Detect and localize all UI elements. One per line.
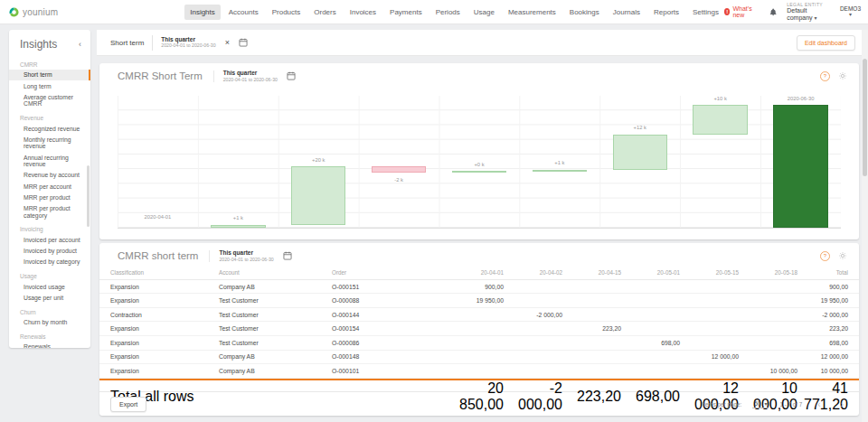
nav-item[interactable]: Bookings bbox=[564, 5, 605, 20]
nav-item[interactable]: Insights bbox=[184, 5, 221, 20]
classification-cell: Expansion bbox=[110, 297, 219, 304]
clear-filter-icon[interactable]: × bbox=[225, 39, 230, 47]
calendar-icon[interactable] bbox=[287, 71, 296, 80]
sidebar-item[interactable]: Churn by month bbox=[9, 317, 90, 328]
table-date-range-chip[interactable]: This quarter 2020-04-01 to 2020-06-30 bbox=[209, 250, 273, 262]
column-header[interactable]: 20-05-18 bbox=[739, 269, 797, 276]
sidebar-item[interactable]: Monthly recurring revenue bbox=[9, 134, 90, 152]
account-link[interactable]: Company AB bbox=[219, 284, 332, 290]
account-link[interactable]: Company AB bbox=[219, 353, 332, 360]
calendar-icon[interactable] bbox=[283, 251, 292, 260]
nav-item[interactable]: Accounts bbox=[223, 5, 264, 20]
sidebar-header: Insights ‹ bbox=[9, 30, 90, 56]
sidebar-item[interactable]: MRR per product category bbox=[9, 203, 90, 221]
order-link[interactable]: O-000101 bbox=[332, 368, 445, 374]
waterfall-bar bbox=[372, 166, 426, 172]
sidebar-item[interactable]: Recognized revenue bbox=[9, 123, 90, 134]
nav-item[interactable]: Reports bbox=[648, 5, 684, 20]
nav-item[interactable]: Payments bbox=[384, 5, 428, 20]
user-menu[interactable]: DEMO3 ▾ bbox=[840, 6, 861, 18]
waterfall-bar bbox=[773, 105, 827, 228]
column-header[interactable]: Account bbox=[219, 269, 332, 276]
sidebar-item[interactable]: Long term bbox=[9, 80, 90, 91]
chart-title: CMRR Short Term bbox=[118, 70, 203, 81]
account-link[interactable]: Company AB bbox=[219, 368, 332, 374]
export-button[interactable]: Export bbox=[110, 397, 146, 412]
sidebar-item[interactable]: Invoiced usage bbox=[9, 281, 90, 292]
date-range-chip[interactable]: This quarter 2020-04-01 to 2020-06-30 bbox=[161, 37, 215, 49]
column-header[interactable]: 20-04-02 bbox=[504, 269, 562, 276]
chart-date-range-chip[interactable]: This quarter 2020-04-01 to 2020-06-30 bbox=[213, 70, 278, 82]
column-header[interactable]: Total bbox=[797, 269, 848, 276]
legal-entity-selector[interactable]: LEGAL ENTITY Default company ▾ bbox=[787, 2, 830, 23]
sidebar-collapse-icon[interactable]: ‹ bbox=[79, 40, 81, 49]
sidebar-scrollbar[interactable] bbox=[87, 165, 90, 227]
column-header[interactable]: Classification bbox=[110, 269, 219, 276]
whats-new-label: What's new bbox=[732, 5, 759, 18]
row-total-cell: 223,20 bbox=[797, 325, 848, 332]
account-link[interactable]: Test Customer bbox=[219, 297, 332, 304]
bar-label: +1 k bbox=[198, 216, 278, 221]
order-link[interactable]: O-000151 bbox=[332, 284, 445, 290]
account-link[interactable]: Test Customer bbox=[219, 325, 332, 332]
column-header[interactable]: 20-05-01 bbox=[621, 269, 680, 276]
sidebar-item[interactable]: MRR per product bbox=[9, 192, 90, 202]
total-value-cell: 698,00 bbox=[621, 389, 680, 405]
sidebar-item[interactable]: MRR per account bbox=[9, 181, 90, 192]
items-per-page-select[interactable]: 50▾ bbox=[752, 400, 769, 408]
column-header[interactable]: 20-05-15 bbox=[680, 269, 739, 276]
nav-item[interactable]: Settings bbox=[687, 5, 724, 20]
scrollbar-thumb[interactable] bbox=[863, 59, 867, 176]
whats-new-icon: ! bbox=[724, 8, 731, 15]
calendar-icon[interactable] bbox=[239, 38, 248, 47]
nav-item[interactable]: Products bbox=[267, 5, 307, 20]
younium-logo-icon bbox=[9, 7, 19, 17]
gear-icon[interactable] bbox=[838, 71, 847, 80]
next-page-icon[interactable]: › bbox=[836, 399, 848, 409]
sidebar-item[interactable]: Invoiced per account bbox=[9, 234, 90, 245]
page-scrollbar[interactable] bbox=[862, 30, 868, 422]
top-nav: younium InsightsAccountsProductsOrdersIn… bbox=[0, 0, 868, 24]
column-header[interactable]: 20-04-15 bbox=[562, 269, 621, 276]
chart-header-icons: ? bbox=[820, 71, 847, 81]
nav-item[interactable]: Periods bbox=[430, 5, 466, 20]
order-link[interactable]: O-000148 bbox=[332, 353, 445, 360]
sidebar-item[interactable]: Average customer CMRR bbox=[9, 92, 90, 110]
sidebar-item[interactable]: Revenue by account bbox=[9, 170, 90, 181]
nav-item[interactable]: Orders bbox=[308, 5, 341, 20]
order-link[interactable]: O-000088 bbox=[332, 297, 445, 304]
sidebar-item: Invoicing bbox=[9, 220, 90, 234]
sidebar-item[interactable]: Annual recurring revenue bbox=[9, 152, 90, 170]
order-link[interactable]: O-000086 bbox=[332, 340, 445, 346]
row-total-cell: 12 000,00 bbox=[797, 353, 848, 360]
gear-icon[interactable] bbox=[838, 251, 847, 260]
nav-item[interactable]: Invoices bbox=[344, 5, 382, 20]
nav-item[interactable]: Journals bbox=[608, 5, 646, 20]
notifications-bell-icon[interactable] bbox=[769, 7, 777, 17]
account-link[interactable]: Test Customer bbox=[219, 312, 332, 318]
bar-label: 2020-04-01 bbox=[118, 215, 198, 220]
waterfall-bar bbox=[533, 170, 587, 172]
sidebar-item[interactable]: Invoiced by category bbox=[9, 257, 90, 267]
order-link[interactable]: O-000154 bbox=[332, 325, 445, 332]
sidebar-item[interactable]: Renewals bbox=[9, 342, 90, 348]
prev-page-icon[interactable]: ‹ bbox=[813, 399, 825, 409]
sidebar-item[interactable]: Invoiced by product bbox=[9, 246, 90, 257]
account-link[interactable]: Test Customer bbox=[219, 340, 332, 346]
column-header[interactable]: Order bbox=[332, 269, 445, 276]
whats-new-button[interactable]: ! What's new bbox=[724, 5, 760, 18]
pagination: Items per page: 50▾ 1 - 7 of 7 ‹ › bbox=[702, 399, 848, 409]
brand-logo[interactable]: younium bbox=[9, 7, 58, 17]
table-date-range-value: 2020-04-01 to 2020-06-30 bbox=[219, 258, 273, 262]
waterfall-bar bbox=[211, 225, 265, 228]
help-icon[interactable]: ? bbox=[820, 251, 830, 261]
order-link[interactable]: O-000144 bbox=[332, 312, 445, 318]
nav-item[interactable]: Measurements bbox=[503, 5, 561, 20]
help-icon[interactable]: ? bbox=[820, 71, 830, 81]
sidebar-item[interactable]: Usage per unit bbox=[9, 292, 90, 303]
column-header[interactable]: 20-04-01 bbox=[445, 269, 504, 276]
sidebar-item[interactable]: Short term bbox=[9, 70, 90, 80]
edit-dashboard-button[interactable]: Edit dashboard bbox=[797, 35, 855, 51]
waterfall-plot: 2020-04-01+1 k+20 k-2 k+0 k+1 k+12 k+10 … bbox=[118, 96, 841, 229]
nav-item[interactable]: Usage bbox=[468, 5, 500, 20]
